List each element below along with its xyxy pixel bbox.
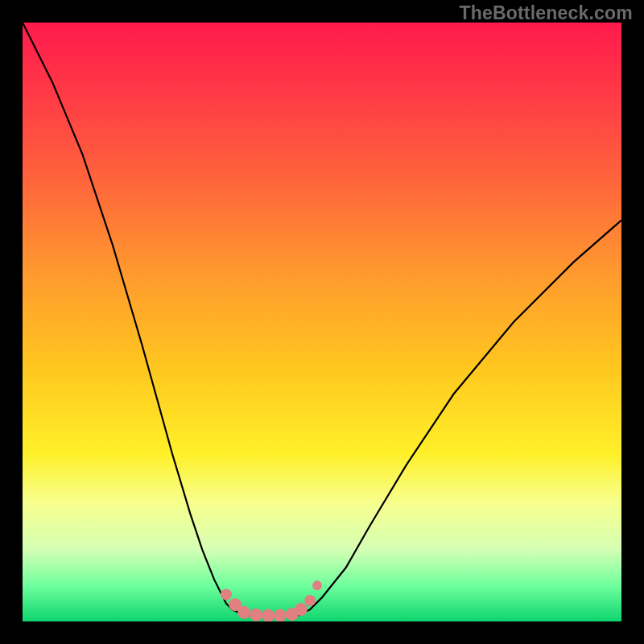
highlight-dot <box>274 609 287 621</box>
highlight-dot <box>250 609 262 621</box>
highlight-dot <box>237 606 250 619</box>
chart-area <box>23 23 621 621</box>
highlight-dot <box>262 609 275 621</box>
watermark-label: TheBottleneck.com <box>459 2 633 24</box>
highlight-dot <box>221 589 232 601</box>
highlight-dot <box>295 603 308 616</box>
bottleneck-curve <box>23 23 621 616</box>
highlight-dot <box>312 580 322 590</box>
highlight-dot <box>304 595 316 606</box>
chart-svg <box>23 23 621 621</box>
